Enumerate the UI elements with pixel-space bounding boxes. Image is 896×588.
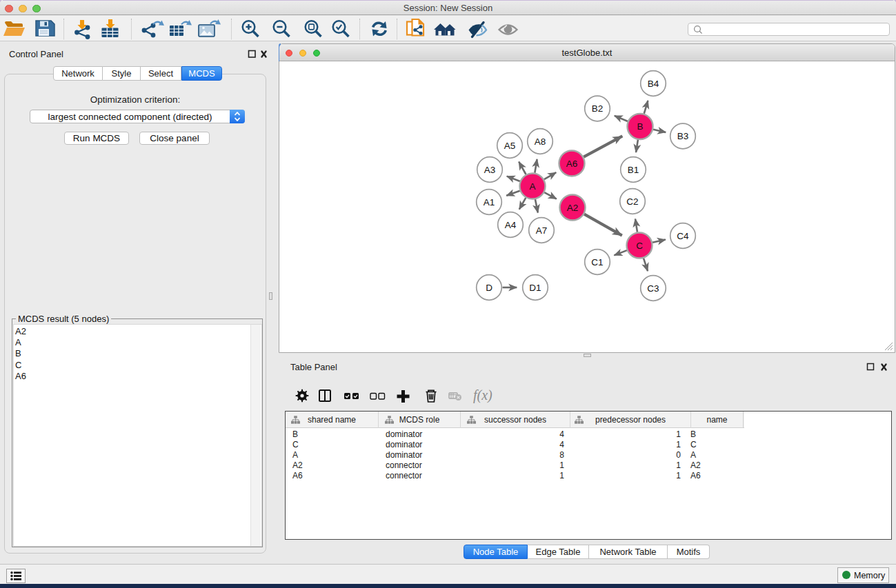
svg-text:A6: A6: [566, 159, 578, 169]
svg-text:C4: C4: [677, 231, 689, 241]
svg-text:C3: C3: [647, 283, 659, 294]
svg-text:B4: B4: [648, 79, 659, 89]
svg-text:B2: B2: [592, 103, 604, 114]
svg-text:A7: A7: [536, 225, 548, 236]
svg-text:D: D: [486, 283, 492, 293]
svg-text:A3: A3: [484, 165, 496, 175]
svg-text:A2: A2: [567, 203, 579, 213]
svg-text:A1: A1: [484, 197, 495, 207]
svg-text:A8: A8: [535, 136, 546, 147]
svg-text:A: A: [529, 181, 535, 192]
svg-text:A4: A4: [505, 220, 517, 230]
svg-text:C1: C1: [591, 257, 603, 267]
svg-text:C2: C2: [626, 196, 638, 207]
svg-text:B: B: [637, 121, 643, 132]
svg-text:D1: D1: [529, 283, 541, 293]
svg-text:A5: A5: [504, 141, 516, 151]
svg-text:C: C: [636, 241, 643, 251]
svg-text:B1: B1: [628, 165, 639, 175]
svg-text:f(x): f(x): [473, 387, 492, 403]
svg-text:B3: B3: [677, 131, 689, 141]
